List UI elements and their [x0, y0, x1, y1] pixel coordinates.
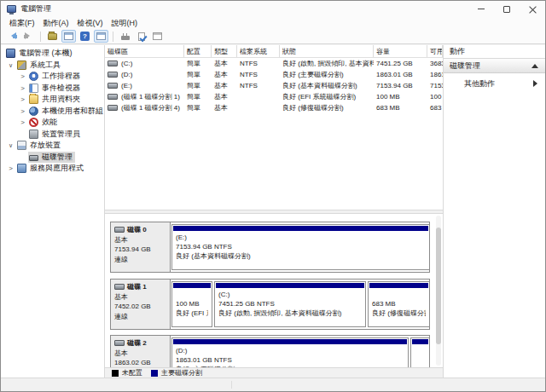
tree-item-event-viewer[interactable]: 事件檢視器 — [1, 83, 104, 95]
disk-2-label[interactable]: 磁碟 2 基本 1863.02 GB 連線 — [111, 336, 171, 367]
disk-size: 7452.02 GB — [114, 302, 166, 312]
column-header-layout[interactable]: 配置 — [184, 45, 212, 57]
volume-capacity: 683 MB — [374, 104, 427, 112]
toolbar-separator — [40, 32, 41, 42]
scrollbar-thumb[interactable] — [436, 228, 441, 344]
chevron-right-icon[interactable] — [17, 106, 28, 117]
disk-2-partitions: (D:) 1863.01 GB NTFS 良好 (主要磁碟分割) — [171, 336, 429, 367]
check-disk-button[interactable] — [134, 30, 148, 43]
close-button[interactable] — [520, 1, 545, 17]
chevron-down-icon[interactable] — [5, 60, 16, 71]
menu-view[interactable]: 檢視(V) — [73, 18, 107, 29]
column-header-status[interactable]: 狀態 — [280, 45, 374, 57]
partition-label: (D:) — [176, 346, 404, 355]
volume-name: (E:) — [121, 82, 132, 89]
actions-section-disk-management[interactable]: 磁碟管理 — [444, 59, 545, 73]
volume-name: (磁碟 1 磁碟分割 4) — [121, 103, 180, 112]
primary-partition-stripe — [173, 283, 211, 288]
volume-row-disk1-part1[interactable]: (磁碟 1 磁碟分割 1) 簡單 基本 良好 (EFI 系統磁碟分割) 100 … — [105, 91, 443, 102]
tree-item-storage[interactable]: 存放裝置 — [1, 140, 104, 152]
properties-button[interactable] — [150, 30, 165, 43]
primary-partition-stripe — [412, 339, 428, 344]
column-header-free[interactable]: 可用空間 — [427, 45, 443, 57]
volume-row-c[interactable]: (C:) 簡單 基本 NTFS 良好 (啟動, 損毀傾印, 基本資料磁碟分割) … — [105, 58, 443, 69]
disk-0-label[interactable]: 磁碟 0 基本 7153.94 GB 連線 — [111, 222, 171, 272]
volume-capacity: 1863.01 GB — [374, 71, 427, 78]
volume-icon — [107, 72, 118, 78]
partition-e[interactable]: (E:) 7153.94 GB NTFS 良好 (基本資料磁碟分割) — [171, 224, 429, 270]
tree-item-services-applications[interactable]: 服務與應用程式 — [1, 163, 104, 175]
event-viewer-icon — [29, 84, 38, 93]
maximize-button[interactable] — [494, 1, 520, 17]
disk-icon — [114, 340, 125, 346]
volume-status: 良好 (啟動, 損毀傾印, 基本資料磁碟分割) — [280, 59, 374, 68]
chevron-right-icon[interactable] — [17, 83, 28, 94]
menu-action[interactable]: 動作(A) — [39, 18, 73, 29]
partition-size: 7451.25 GB NTFS — [218, 299, 362, 308]
menu-help[interactable]: 說明(H) — [107, 18, 142, 29]
rescan-disks-button[interactable] — [118, 30, 132, 43]
volume-type: 基本 — [212, 81, 237, 90]
up-level-button[interactable] — [45, 30, 60, 43]
help-button[interactable] — [78, 30, 92, 43]
disk-icon — [114, 284, 125, 290]
volume-capacity: 100 MB — [374, 93, 427, 101]
column-header-filesystem[interactable]: 檔案系統 — [237, 45, 280, 57]
column-header-type[interactable]: 類型 — [212, 45, 237, 57]
forward-button[interactable] — [21, 30, 36, 43]
performance-icon — [29, 118, 38, 127]
volume-type: 基本 — [212, 92, 237, 101]
more-actions-item[interactable]: 其他動作 — [444, 77, 545, 90]
disk-1-label[interactable]: 磁碟 1 基本 7452.02 GB 連線 — [111, 280, 171, 329]
partition-c[interactable]: (C:) 7451.25 GB NTFS 良好 (啟動, 損毀傾印, 基本資料磁… — [214, 281, 366, 327]
column-header-capacity[interactable]: 容量 — [374, 45, 427, 57]
column-header-volume[interactable]: 磁碟區 — [105, 45, 184, 57]
primary-partition-stripe — [369, 283, 428, 288]
tree-item-system-tools[interactable]: 系統工具 — [1, 60, 104, 72]
tree-item-device-manager[interactable]: 裝置管理員 — [1, 129, 104, 141]
tree-item-label: 本機使用者和群組 — [42, 106, 103, 117]
shared-folders-icon — [29, 95, 38, 104]
volume-type: 基本 — [212, 70, 237, 79]
forward-arrow-icon — [24, 32, 33, 40]
partition-size: 1863.01 GB NTFS — [176, 355, 404, 365]
volume-row-disk1-part4[interactable]: (磁碟 1 磁碟分割 4) 簡單 基本 良好 (修復磁碟分割) 683 MB 6… — [105, 102, 443, 113]
tree-item-disk-management[interactable]: 磁碟管理 — [1, 152, 104, 164]
tree-item-computer-management[interactable]: 電腦管理 (本機) — [1, 48, 104, 60]
chevron-right-icon[interactable] — [17, 94, 28, 105]
volume-type: 基本 — [212, 59, 237, 68]
graph-scrollbar[interactable] — [436, 216, 441, 366]
console-tree-toggle-button[interactable] — [61, 30, 76, 43]
partition-recovery[interactable]: 683 MB 良好 (修復磁碟分割) — [368, 281, 429, 327]
chevron-right-icon[interactable] — [17, 117, 28, 128]
tree-item-performance[interactable]: 效能 — [1, 117, 104, 129]
chevron-right-icon[interactable] — [17, 71, 28, 82]
tree-item-shared-folders[interactable]: 共用資料夾 — [1, 94, 104, 106]
chevron-right-icon[interactable] — [5, 163, 16, 174]
close-icon — [529, 5, 537, 13]
back-button[interactable] — [5, 30, 20, 43]
users-icon — [29, 107, 38, 116]
volume-row-e[interactable]: (E:) 簡單 基本 NTFS 良好 (基本資料磁碟分割) 7153.94 GB… — [105, 80, 443, 91]
partition-status: 良好 (啟動, 損毀傾印, 基本資料磁碟分割) — [218, 308, 362, 318]
partition-efi[interactable]: 100 MB 良好 (EFI 系統磁碟分割) — [171, 281, 212, 327]
partition-sliver[interactable] — [410, 337, 429, 367]
computer-management-window: 電腦管理 檔案(F) 動作(A) 檢視(V) 說明(H) 電腦管理 (本機) — [0, 0, 546, 392]
disk-name: 磁碟 2 — [127, 338, 147, 349]
disk-type: 基本 — [114, 235, 166, 245]
disk-name: 磁碟 0 — [127, 225, 147, 235]
tree-item-local-users-groups[interactable]: 本機使用者和群組 — [1, 106, 104, 118]
action-pane-window-icon — [96, 32, 106, 40]
minimize-button[interactable] — [468, 1, 494, 17]
menu-file[interactable]: 檔案(F) — [5, 18, 39, 29]
partition-d[interactable]: (D:) 1863.01 GB NTFS 良好 (主要磁碟分割) — [171, 337, 409, 367]
volume-row-d[interactable]: (D:) 簡單 基本 NTFS 良好 (主要磁碟分割) 1863.01 GB 1… — [105, 69, 443, 80]
action-pane-toggle-button[interactable] — [94, 30, 108, 43]
services-icon — [17, 164, 26, 173]
disk-management-icon — [29, 155, 38, 161]
chevron-down-icon[interactable] — [5, 140, 16, 151]
help-icon — [80, 32, 90, 41]
volume-fs: NTFS — [237, 82, 280, 89]
disk-name: 磁碟 1 — [127, 282, 147, 292]
tree-item-task-scheduler[interactable]: 工作排程器 — [1, 71, 104, 83]
